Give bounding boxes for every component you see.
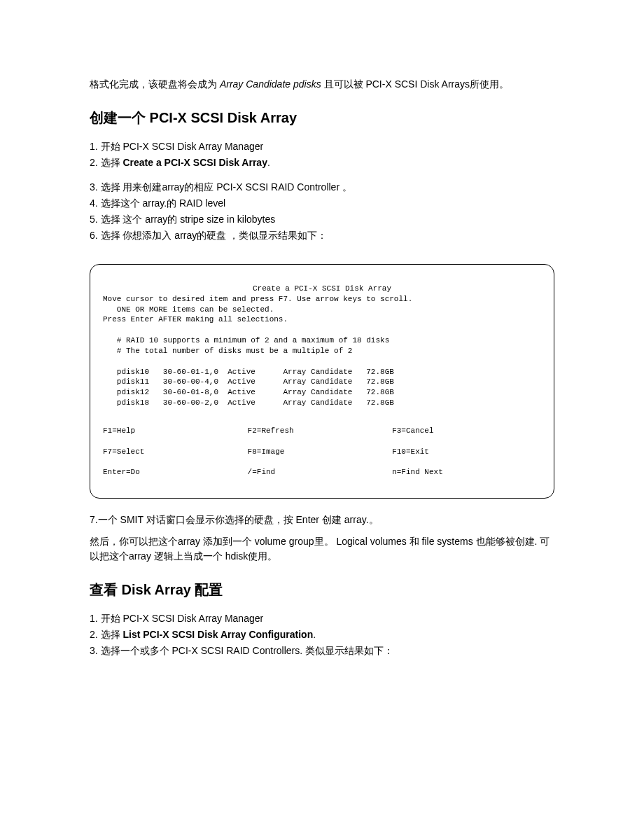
terminal-title: Create a PCI-X SCSI Disk Array — [103, 284, 541, 294]
step-post: . — [313, 629, 316, 640]
step-item: 1. 开始 PCI-X SCSI Disk Array Manager — [90, 611, 554, 626]
step-item: 3. 选择 用来创建array的相应 PCI-X SCSI RAID Contr… — [90, 180, 554, 195]
step-bold: Create a PCI-X SCSI Disk Array — [122, 157, 267, 168]
terminal-row: pdisk12 30-60-01-8,0 Active Array Candid… — [103, 388, 394, 396]
section2-steps: 1. 开始 PCI-X SCSI Disk Array Manager 2. 选… — [90, 611, 554, 658]
step-pre: 2. 选择 — [90, 629, 122, 640]
enter-do: Enter=Do — [103, 467, 248, 478]
terminal-line: Press Enter AFTER making all selections. — [103, 315, 288, 324]
terminal-row: pdisk11 30-60-00-4,0 Active Array Candid… — [103, 377, 394, 386]
step-item: 6. 选择 你想添加入 array的硬盘 ，类似显示结果如下： — [90, 228, 554, 243]
step-item: 2. 选择 Create a PCI-X SCSI Disk Array. — [90, 155, 554, 170]
step-pre: 2. 选择 — [90, 157, 122, 168]
terminal-footer-row: F1=HelpF2=RefreshF3=Cancel — [103, 426, 541, 436]
n-find-next: n=Find Next — [392, 467, 537, 478]
intro-post: 且可以被 PCI-X SCSI Disk Arrays所使用。 — [321, 78, 509, 90]
step-item: 3. 选择一个或多个 PCI-X SCSI RAID Controllers. … — [90, 644, 554, 658]
f3-cancel: F3=Cancel — [392, 426, 537, 436]
section2-title: 查看 Disk Array 配置 — [90, 579, 554, 600]
step-post: . — [267, 157, 270, 168]
f2-refresh: F2=Refresh — [248, 426, 393, 436]
terminal-note: # RAID 10 supports a minimum of 2 and a … — [103, 336, 389, 345]
f8-image: F8=Image — [248, 447, 393, 457]
slash-find: /=Find — [248, 467, 393, 478]
intro-paragraph: 格式化完成，该硬盘将会成为 Array Candidate pdisks 且可以… — [90, 77, 554, 92]
step-item: 1. 开始 PCI-X SCSI Disk Array Manager — [90, 139, 554, 154]
terminal-footer-row: Enter=Do/=Findn=Find Next — [103, 467, 541, 478]
terminal-screenshot: Create a PCI-X SCSI Disk ArrayMove curso… — [90, 264, 554, 499]
terminal-footer-row: F7=SelectF8=ImageF10=Exit — [103, 447, 541, 457]
terminal-row: pdisk10 30-60-01-1,0 Active Array Candid… — [103, 368, 394, 376]
section1-steps-a: 1. 开始 PCI-X SCSI Disk Array Manager 2. 选… — [90, 139, 554, 170]
intro-pre: 格式化完成，该硬盘将会成为 — [90, 78, 220, 90]
terminal-line: ONE OR MORE items can be selected. — [103, 305, 274, 314]
step-item: 4. 选择这个 array.的 RAID level — [90, 196, 554, 211]
terminal-line: Move cursor to desired item and press F7… — [103, 295, 412, 303]
section1-steps-b: 3. 选择 用来创建array的相应 PCI-X SCSI RAID Contr… — [90, 180, 554, 243]
section1-after: 然后，你可以把这个array 添加到一个 volume group里。 Logi… — [90, 534, 554, 564]
step-bold: List PCI-X SCSI Disk Array Configuration — [122, 629, 313, 640]
step7-paragraph: 7.一个 SMIT 对话窗口会显示你选择的硬盘，按 Enter 创建 array… — [90, 513, 554, 527]
f1-help: F1=Help — [103, 426, 248, 436]
step-item: 5. 选择 这个 array的 stripe size in kilobytes — [90, 212, 554, 227]
f10-exit: F10=Exit — [392, 447, 537, 457]
intro-italic: Array Candidate pdisks — [220, 78, 321, 90]
f7-select: F7=Select — [103, 447, 248, 457]
terminal-note: # The total number of disks must be a mu… — [103, 347, 352, 355]
step-item: 2. 选择 List PCI-X SCSI Disk Array Configu… — [90, 627, 554, 642]
terminal-row: pdisk18 30-60-00-2,0 Active Array Candid… — [103, 398, 394, 407]
section1-title: 创建一个 PCI-X SCSI Disk Array — [90, 107, 554, 128]
